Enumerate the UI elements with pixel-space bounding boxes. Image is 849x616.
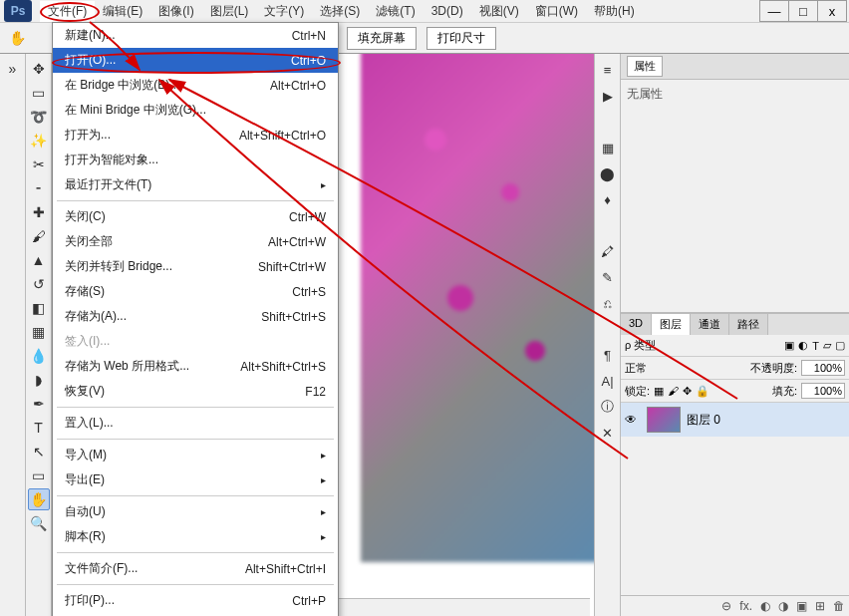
hand-tool-preset[interactable]: ✋ [6, 27, 28, 49]
adjustment-icon[interactable]: ◑ [778, 599, 788, 613]
hand-tool[interactable]: ✋ [28, 488, 50, 510]
file-menu-item[interactable]: 自动(U)▸ [53, 499, 338, 524]
layer-name[interactable]: 图层 0 [687, 412, 720, 429]
shape-tool[interactable]: ▭ [28, 464, 50, 486]
menu-edit[interactable]: 编辑(E) [95, 1, 150, 22]
pen-tool[interactable]: ✒ [28, 393, 50, 415]
tab-channels[interactable]: 通道 [691, 314, 729, 335]
file-menu-item[interactable]: 关闭(C)Ctrl+W [53, 204, 338, 229]
layer-thumbnail[interactable] [647, 407, 681, 433]
menu-filter[interactable]: 滤镜(T) [368, 1, 423, 22]
marquee-tool[interactable]: ▭ [28, 82, 50, 104]
file-menu-item[interactable]: 在 Mini Bridge 中浏览(G)... [53, 98, 338, 123]
styles-icon[interactable]: ♦ [598, 189, 618, 209]
menu-layer[interactable]: 图层(L) [202, 1, 257, 22]
brushes-icon[interactable]: 🖍 [598, 241, 618, 261]
file-menu-item[interactable]: 最近打开文件(T)▸ [53, 172, 338, 197]
group-icon[interactable]: ▣ [796, 599, 807, 613]
file-menu-item[interactable]: 打开为...Alt+Shift+Ctrl+O [53, 123, 338, 148]
file-menu-item[interactable]: 打开(O)...Ctrl+O [53, 48, 338, 73]
minimize-button[interactable]: — [759, 0, 789, 22]
adjust-icon[interactable]: ⬤ [598, 163, 618, 183]
file-menu-item[interactable]: 关闭并转到 Bridge...Shift+Ctrl+W [53, 254, 338, 279]
history-icon[interactable]: ≡ [598, 60, 618, 80]
healing-brush-tool[interactable]: ✚ [28, 201, 50, 223]
tab-3d[interactable]: 3D [621, 314, 652, 335]
path-select-tool[interactable]: ↖ [28, 441, 50, 462]
file-menu-item[interactable]: 打开为智能对象... [53, 148, 338, 172]
file-menu-item[interactable]: 恢复(V)F12 [53, 379, 338, 404]
layer-row-0[interactable]: 👁 图层 0 [621, 403, 849, 437]
file-menu-item[interactable]: 签入(I)... [53, 329, 338, 354]
lock-pixels-icon[interactable]: ▦ [654, 385, 664, 398]
new-layer-icon[interactable]: ⊞ [815, 599, 825, 613]
filter-text-icon[interactable]: T [812, 340, 819, 352]
history-brush-tool[interactable]: ↺ [28, 273, 50, 295]
tools-icon[interactable]: ✕ [598, 423, 618, 443]
fx-icon[interactable]: fx. [739, 599, 752, 613]
tab-paths[interactable]: 路径 [729, 314, 768, 335]
stamp-tool[interactable]: ▲ [28, 249, 50, 271]
visibility-icon[interactable]: 👁 [625, 413, 641, 427]
file-menu-item[interactable]: 脚本(R)▸ [53, 524, 338, 549]
gradient-tool[interactable]: ▦ [28, 321, 50, 343]
menu-file[interactable]: 文件(F) [40, 1, 95, 22]
file-menu-item[interactable]: 存储为 Web 所用格式...Alt+Shift+Ctrl+S [53, 354, 338, 379]
close-button[interactable]: x [817, 0, 847, 22]
lasso-tool[interactable]: ➰ [28, 106, 50, 128]
magic-wand-tool[interactable]: ✨ [28, 130, 50, 152]
layer-filter[interactable]: ρ 类型 [625, 338, 656, 353]
brush-tool[interactable]: 🖌 [28, 225, 50, 247]
filter-smart-icon[interactable]: ▢ [835, 339, 845, 352]
info-icon[interactable]: ⓘ [598, 397, 618, 417]
file-menu-item[interactable]: 新建(N)...Ctrl+N [53, 23, 338, 48]
play-icon[interactable]: ▶ [598, 86, 618, 106]
expand-tools-icon[interactable]: » [2, 58, 24, 80]
properties-tab[interactable]: 属性 [627, 56, 663, 77]
print-size-button[interactable]: 打印尺寸 [426, 27, 496, 50]
swatches-icon[interactable]: ▦ [598, 138, 618, 157]
file-menu-item[interactable]: 导出(E)▸ [53, 467, 338, 492]
character-icon[interactable]: A| [598, 371, 618, 391]
lock-all-icon[interactable]: 🔒 [696, 385, 709, 398]
file-menu-item[interactable]: 在 Bridge 中浏览(B)...Alt+Ctrl+O [53, 73, 338, 98]
crop-tool[interactable]: ✂ [28, 154, 50, 175]
menu-view[interactable]: 视图(V) [471, 1, 527, 22]
zoom-tool[interactable]: 🔍 [28, 512, 50, 534]
eraser-tool[interactable]: ◧ [28, 297, 50, 319]
menu-help[interactable]: 帮助(H) [586, 1, 643, 22]
filter-shape-icon[interactable]: ▱ [823, 339, 831, 352]
filter-img-icon[interactable]: ▣ [784, 339, 794, 352]
file-menu-item[interactable]: 文件简介(F)...Alt+Shift+Ctrl+I [53, 556, 338, 581]
file-menu-item[interactable]: 关闭全部Alt+Ctrl+W [53, 229, 338, 254]
menu-select[interactable]: 选择(S) [312, 1, 368, 22]
fill-screen-button[interactable]: 填充屏幕 [347, 27, 417, 50]
dodge-tool[interactable]: ◗ [28, 369, 50, 391]
tab-layers[interactable]: 图层 [652, 314, 691, 335]
blend-mode[interactable]: 正常 [625, 361, 647, 376]
clone-icon[interactable]: ⎌ [598, 293, 618, 313]
blur-tool[interactable]: 💧 [28, 345, 50, 367]
brush-presets-icon[interactable]: ✎ [598, 267, 618, 287]
menu-image[interactable]: 图像(I) [150, 1, 201, 22]
mask-icon[interactable]: ◐ [760, 599, 770, 613]
delete-layer-icon[interactable]: 🗑 [833, 599, 845, 613]
paragraph-icon[interactable]: ¶ [598, 345, 618, 365]
file-menu-item[interactable]: 置入(L)... [53, 411, 338, 436]
file-menu-item[interactable]: 存储(S)Ctrl+S [53, 279, 338, 304]
file-menu-item[interactable]: 导入(M)▸ [53, 443, 338, 467]
text-tool[interactable]: T [28, 417, 50, 439]
fill-field[interactable]: 100% [801, 383, 845, 399]
link-layers-icon[interactable]: ⊖ [721, 599, 731, 613]
eyedropper-tool[interactable]: ⁃ [28, 177, 50, 199]
menu-window[interactable]: 窗口(W) [527, 1, 586, 22]
filter-adjust-icon[interactable]: ◐ [798, 339, 808, 352]
file-menu-item[interactable]: 打印(P)...Ctrl+P [53, 588, 338, 613]
opacity-field[interactable]: 100% [801, 360, 845, 376]
lock-brush-icon[interactable]: 🖌 [668, 385, 679, 397]
lock-move-icon[interactable]: ✥ [683, 385, 692, 398]
file-menu-item[interactable]: 存储为(A)...Shift+Ctrl+S [53, 304, 338, 329]
menu-3d[interactable]: 3D(D) [424, 2, 471, 20]
maximize-button[interactable]: □ [788, 0, 818, 22]
menu-type[interactable]: 文字(Y) [256, 1, 312, 22]
